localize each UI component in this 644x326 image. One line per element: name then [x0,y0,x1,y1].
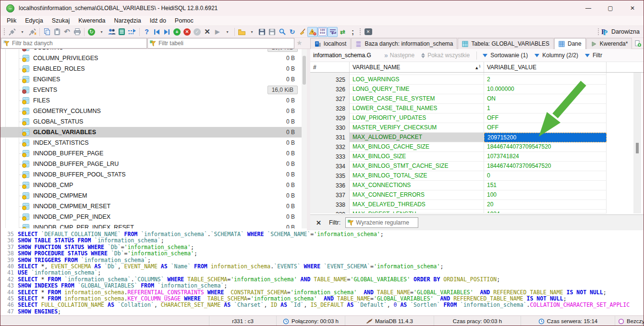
cell-variable-name[interactable]: MAX_DIGEST_LENGTH [350,210,484,213]
tree-item-index_statistics[interactable]: INDEX_STATISTICS0 B [0,138,302,148]
connect-button[interactable] [7,27,17,37]
menu-item-plik[interactable]: Plik [2,16,21,25]
cell-variable-value[interactable]: 18446744073709547520 [484,142,607,152]
menu-item-idź-do[interactable]: Idź do [146,16,170,25]
cell-variable-name[interactable]: LOWER_CASE_TABLE_NAMES [350,104,484,113]
toggle-warnings-button[interactable] [307,27,317,37]
cell-variable-name[interactable]: MAX_BINLOG_TOTAL_SIZE [350,171,484,181]
tab-dane[interactable]: Dane [554,38,586,49]
sorting-button[interactable]: Sortowanie (1) [483,52,528,59]
apply-edit-button[interactable]: ✓ [192,27,202,37]
filter-button[interactable]: Filtr [585,52,602,59]
cell-variable-name[interactable]: LOWER_CASE_FILE_SYSTEM [350,94,484,104]
favorites-star-icon[interactable]: ★ [296,39,303,47]
jump-first-button[interactable] [152,27,162,37]
tab-kwerenda[interactable]: Kwerenda* [586,38,632,49]
toggle-binary-button[interactable]: 100010 [317,27,328,37]
cell-variable-name[interactable]: LONG_QUERY_TIME [350,85,484,94]
database-filter-input[interactable]: Filtr baz danych [1,38,147,49]
cell-variable-name[interactable]: MAX_ALLOWED_PACKET [350,133,484,142]
column-header-variable-name[interactable]: VARIABLE_NAME▲1 [350,62,484,72]
dropdown-caret-icon[interactable]: ▾ [222,27,232,37]
table-filter-input[interactable]: Filtr tabeli [147,38,294,49]
find-replace-button[interactable]: ↻ [287,27,297,37]
table-row[interactable]: 326LONG_QUERY_TIME10.000000 [310,85,644,94]
cancel-edit-button[interactable]: ✕ [182,27,192,37]
new-query-tab-button[interactable] [632,38,644,49]
cell-variable-name[interactable]: LOW_PRIORITY_UPDATES [350,113,484,123]
grid-scrollbar[interactable] [633,73,641,213]
tree-item-events[interactable]: EVENTS16,0 KiB [0,85,302,95]
table-row[interactable]: 331MAX_ALLOWED_PACKET209715200 [310,133,644,142]
cell-variable-value[interactable]: 2 [484,75,607,85]
refresh-button[interactable]: ↻ [86,27,97,37]
tree-item-innodb_cmpmem_reset[interactable]: INNODB_CMPMEM_RESET0 B [0,201,302,212]
cell-variable-value-selected[interactable]: 209715200 [484,133,607,142]
cell-variable-name[interactable]: MAX_CONNECTIONS [350,181,484,190]
tab-localhost[interactable]: localhost [310,38,351,49]
cell-variable-value[interactable]: 10.000000 [484,85,607,94]
tree-item-innodb_cmp[interactable]: INNODB_CMP0 B [0,180,302,190]
copy-button[interactable] [42,27,52,37]
cell-variable-value[interactable]: OFF [484,123,607,133]
save-snippet-button[interactable] [267,27,277,37]
menu-item-edycja[interactable]: Edycja [21,16,48,25]
tree-item-innodb_buffer_page_lru[interactable]: INNODB_BUFFER_PAGE_LRU0 B [0,159,302,169]
delimiter-button[interactable]: ; [348,27,358,37]
table-row[interactable]: 335MAX_BINLOG_TOTAL_SIZE0 [310,171,644,181]
column-header-rownum[interactable]: # [310,62,350,72]
tree-scrollbar-thumb[interactable] [303,56,306,85]
table-row[interactable]: 329LOW_PRIORITY_UPDATESOFF [310,113,644,123]
tree-item-innodb_cmpmem[interactable]: INNODB_CMPMEM0 B [0,190,302,201]
columns-button[interactable]: Kolumny (2/2) [535,52,578,59]
cell-variable-name[interactable]: MASTER_VERIFY_CHECKSUM [350,123,484,133]
sql-log[interactable]: 35SELECT `DEFAULT_COLLATION_NAME` FROM `… [0,230,644,315]
tree-item-innodb_buffer_pool_stats[interactable]: INNODB_BUFFER_POOL_STATS0 B [0,169,302,180]
tree-item-engines[interactable]: ENGINES0 B [0,74,302,85]
column-header-variable-value[interactable]: VARIABLE_VALUE [484,62,607,72]
tree-scrollbar[interactable] [302,49,307,228]
table-row[interactable]: 333MAX_BINLOG_SIZE1073741824 [310,152,644,162]
table-row[interactable]: 325LOG_WARNINGS2 [310,75,644,85]
maximize-button[interactable]: ▢ [599,0,621,16]
stop-button[interactable]: ✕ [202,27,212,37]
tree-item-columns[interactable]: COLUMNS16,0 KiB [0,49,302,53]
donate-button[interactable]: PPDarowizna [596,28,640,36]
table-row[interactable]: 327LOWER_CASE_FILE_SYSTEMON [310,94,644,104]
table-row[interactable]: 332MAX_BINLOG_CACHE_SIZE1844674407370954… [310,142,644,152]
close-query-tab-button[interactable]: ✕ [363,27,373,37]
close-button[interactable]: ✕ [621,0,644,16]
disconnect-button[interactable] [27,27,37,37]
cell-variable-value[interactable]: OFF [484,113,607,123]
data-flow-button[interactable] [127,27,137,37]
toggle-wrap-button[interactable] [328,27,338,37]
cell-variable-value[interactable]: 18446744073709547520 [484,162,607,171]
cell-variable-value[interactable]: ON [484,94,607,104]
tree-item-innodb_cmp_per_index[interactable]: INNODB_CMP_PER_INDEX0 B [0,212,302,222]
cell-variable-name[interactable]: MAX_DELAYED_THREADS [350,200,484,210]
help-button[interactable]: ? [142,27,152,37]
minimize-button[interactable]: — [577,0,599,16]
menu-item-pomoc[interactable]: Pomoc [170,16,198,25]
print-button[interactable] [72,27,82,37]
next-button[interactable]: »Następne [384,51,414,59]
menu-item-narzędzia[interactable]: Narzędzia [110,16,146,25]
paste-button[interactable] [52,27,62,37]
cell-variable-name[interactable]: MAX_CONNECT_ERRORS [350,190,484,200]
cell-variable-name[interactable]: MAX_BINLOG_STMT_CACHE_SIZE [350,162,484,171]
cell-variable-name[interactable]: LOG_WARNINGS [350,75,484,85]
cell-variable-value[interactable]: 100 [484,190,607,200]
dropdown-caret-icon[interactable]: ▾ [17,27,27,37]
add-row-button[interactable]: + [172,27,182,37]
tree-item-geometry_columns[interactable]: GEOMETRY_COLUMNS0 B [0,106,302,116]
table-row[interactable]: 338MAX_DELAYED_THREADS20 [310,200,644,210]
cell-variable-value[interactable]: 1073741824 [484,152,607,162]
menu-item-kwerenda[interactable]: Kwerenda [74,16,109,25]
tree-item-innodb_cmp_per_index_reset[interactable]: INNODB_CMP_PER_INDEX_RESET0 B [0,222,302,228]
menu-item-szukaj[interactable]: Szukaj [48,16,74,25]
jump-last-button[interactable] [162,27,172,37]
save-button[interactable] [257,27,267,37]
tree-item-innodb_buffer_page[interactable]: INNODB_BUFFER_PAGE0 B [0,148,302,159]
clean-button[interactable] [297,27,307,37]
dropdown-caret-icon[interactable]: ▾ [247,27,257,37]
